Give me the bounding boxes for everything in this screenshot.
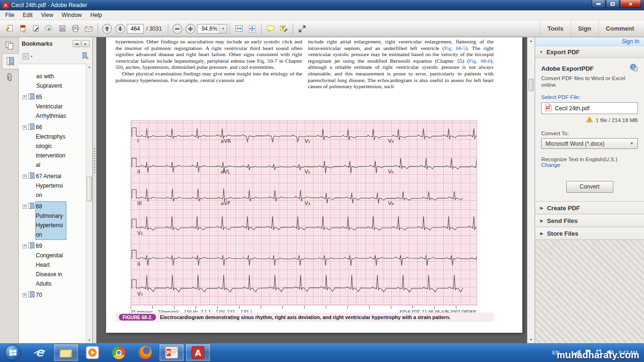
save-button[interactable] [56,23,69,35]
windows-explorer-icon[interactable] [53,344,79,362]
watermark: muhadharaty.com [557,350,639,361]
bookmarks-options-icon[interactable]: ▼ [22,53,33,60]
adobe-reader-taskbar-icon[interactable]: A [185,344,211,362]
menu-view[interactable]: View [37,11,58,19]
menu-window[interactable]: Window [58,11,86,19]
bookmark-icon [28,291,34,300]
scroll-up-icon[interactable]: ▲ [86,64,92,70]
scroll-up-icon[interactable]: ▲ [528,37,535,44]
scroll-down-icon[interactable]: ▼ [86,337,92,343]
text-annotation-button[interactable] [277,23,290,35]
format-select[interactable]: Microsoft Word (*.docx) ▼ [541,138,638,149]
zoom-level-select[interactable]: 94.6% ▼ [197,24,227,33]
page-number-input[interactable] [127,24,144,33]
bookmarks-options-arrow-icon[interactable]: ▼ [30,55,33,58]
print-button[interactable] [69,23,82,35]
bookmark-item[interactable]: + 70 [23,290,86,300]
figure-link[interactable]: Fig. 68-6 [469,58,491,64]
section-collapsed-icon[interactable]: ▶ [540,219,543,223]
expand-icon[interactable]: + [23,125,27,130]
fit-page-button[interactable] [246,23,259,35]
document-scrollbar-thumb[interactable] [528,79,534,91]
bookmark-item[interactable]: + 65 Ventricular Arrhythmias [23,92,86,121]
email-button[interactable] [82,23,95,35]
next-page-button[interactable] [114,23,127,35]
bookmark-item[interactable]: + 69 Congenital Heart Disease in Adults [23,241,86,288]
bookmark-item[interactable]: + 66 Electrophysiologic Interventional [23,123,86,170]
selected-file-name: Cecil 24th.pdf [555,105,589,112]
fit-width-button[interactable] [232,23,246,35]
section-collapsed-icon[interactable]: ▶ [540,231,543,236]
open-button[interactable] [3,23,16,35]
menu-help[interactable]: Help [86,11,107,19]
collapse-panel-icon[interactable]: ◀◀ [73,40,81,47]
expand-icon[interactable]: + [23,244,27,248]
selected-file-box[interactable]: PDF Cecil 24th.pdf [541,102,638,114]
main-area: Bookmarks ◀◀ ▶ ▼ as with Supravent + 65 … [0,37,644,343]
pdf-page: hypertension. Other findings on ausculta… [106,37,522,333]
section-expanded-icon[interactable]: ▼ [539,50,543,54]
recognize-text-label: Recognize Text in English(U.S.) [541,156,638,162]
tab-tools[interactable]: Tools [540,20,570,37]
menu-file[interactable]: File [1,11,18,19]
change-language-link[interactable]: Change [541,162,638,168]
splitter-grip-icon[interactable] [94,148,95,173]
main-toolbar: / 3031 94.6% ▼ Tools Sign Comment [0,20,644,37]
internet-explorer-icon[interactable]: e [27,344,52,362]
scroll-down-icon[interactable]: ▼ [528,336,535,343]
panel-empty-area [535,239,644,343]
cloud-upload-button[interactable] [42,23,56,35]
format-select-arrow-icon[interactable]: ▼ [630,141,634,146]
zoom-in-button[interactable] [184,23,197,35]
fullscreen-button[interactable] [296,23,309,35]
zoom-out-button[interactable] [171,23,184,35]
menu-edit[interactable]: Edit [18,11,37,19]
menu-bar: File Edit View Window Help [0,10,644,20]
file-info-label: 1 file / 214.18 MB [596,117,638,123]
expand-icon[interactable]: + [23,293,27,297]
attachments-tab[interactable] [2,71,17,84]
bookmark-item[interactable]: as with Supravent [23,72,86,90]
export-pdf-section-label: Export PDF [546,49,580,56]
bookmark-item-selected[interactable]: + 68 Pulmonary Hypertension [23,202,86,239]
tab-sign[interactable]: Sign [570,20,598,37]
powerpoint-icon[interactable]: P [159,344,184,362]
sign-pen-button[interactable] [29,23,42,35]
select-pdf-file-link[interactable]: Select PDF File: [541,94,638,100]
minimize-button[interactable] [592,0,605,8]
start-button[interactable] [5,345,21,361]
create-pdf-section-header[interactable]: ▶ Create PDF [535,201,644,214]
expand-icon[interactable]: + [23,174,27,179]
tab-comment[interactable]: Comment [598,20,641,37]
maximize-button[interactable] [606,0,619,8]
store-files-section-header[interactable]: ▶ Store Files [535,227,644,239]
media-player-icon[interactable] [80,344,105,362]
figure-link[interactable]: Fig. 68-5 [444,45,466,51]
convert-button[interactable]: Convert [566,181,613,193]
expand-icon[interactable]: + [23,95,27,99]
export-pdf-section-header[interactable]: ▼ Export PDF [535,46,644,58]
previous-page-button[interactable] [100,23,114,35]
bookmarks-scrollbar-thumb[interactable] [87,177,92,201]
globe-icon [629,64,638,73]
document-scrollbar[interactable]: ▲ ▼ [527,37,535,343]
sign-in-link[interactable]: Sign In [622,38,639,45]
bookmark-destination-icon[interactable] [81,52,89,61]
comment-bubble-button[interactable] [264,23,277,35]
firefox-icon[interactable] [132,344,158,362]
document-pane: hypertension. Other findings on ausculta… [97,37,527,343]
expand-icon[interactable]: + [23,205,27,209]
page-thumbnails-tab[interactable] [2,39,17,52]
chrome-icon[interactable] [106,344,132,362]
expand-panel-icon[interactable]: ▶ [82,40,90,47]
send-files-section-header[interactable]: ▶ Send Files [535,214,644,227]
bookmarks-tab[interactable] [2,53,19,69]
bookmark-item[interactable]: + 67 Arterial Hypertension [23,172,86,200]
close-button[interactable]: × [620,0,641,8]
panel-splitter[interactable] [93,37,97,343]
zoom-dropdown-arrow-icon[interactable]: ▼ [219,25,227,33]
section-collapsed-icon[interactable]: ▶ [540,206,543,210]
pdf-convert-button[interactable] [16,23,29,35]
bookmarks-scrollbar[interactable]: ▲ ▼ [86,64,92,343]
ecg-lead-label: V₃ [305,200,310,206]
